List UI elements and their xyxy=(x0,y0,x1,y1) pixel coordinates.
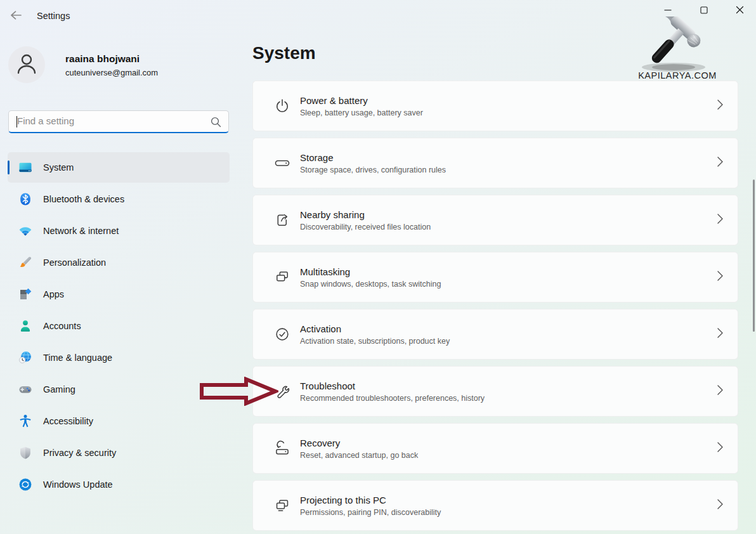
sidebar-item-gaming[interactable]: Gaming xyxy=(8,374,230,405)
sidebar-item-system[interactable]: System xyxy=(8,152,230,183)
search-input[interactable] xyxy=(9,111,228,132)
projecting-icon xyxy=(274,497,290,514)
accounts-icon xyxy=(18,319,32,333)
sidebar-item-windows-update[interactable]: Windows Update xyxy=(8,469,230,500)
sidebar-item-label: Privacy & security xyxy=(43,448,116,458)
time-language-icon xyxy=(18,351,32,365)
apps-icon xyxy=(18,287,32,301)
nearby-sharing-icon xyxy=(274,212,290,228)
sidebar-item-label: Apps xyxy=(43,289,64,299)
row-subtitle: Recommended troubleshooters, preferences… xyxy=(300,394,485,403)
text-caret xyxy=(16,116,17,127)
maximize-icon xyxy=(700,5,708,16)
chevron-right-icon xyxy=(717,156,724,170)
settings-row-activation[interactable]: ActivationActivation state, subscription… xyxy=(252,309,738,360)
row-subtitle: Storage space, drives, configuration rul… xyxy=(300,166,446,174)
row-text: TroubleshootRecommended troubleshooters,… xyxy=(300,381,485,403)
row-subtitle: Sleep, battery usage, battery saver xyxy=(300,108,423,117)
settings-row-recovery[interactable]: RecoveryReset, advanced startup, go back xyxy=(252,423,738,474)
person-icon xyxy=(14,51,39,79)
sidebar-item-personalization[interactable]: Personalization xyxy=(8,247,230,278)
chevron-right-icon xyxy=(717,213,724,227)
row-subtitle: Permissions, pairing PIN, discoverabilit… xyxy=(300,508,441,517)
row-text: Power & batterySleep, battery usage, bat… xyxy=(300,95,423,117)
storage-icon xyxy=(274,155,290,171)
bluetooth-icon xyxy=(18,192,32,206)
privacy-icon xyxy=(18,446,32,460)
back-arrow-icon xyxy=(10,10,22,23)
sidebar-item-apps[interactable]: Apps xyxy=(8,279,230,309)
chevron-right-icon xyxy=(717,498,724,512)
settings-row-projecting-to-this-pc[interactable]: Projecting to this PCPermissions, pairin… xyxy=(252,480,738,531)
activation-icon xyxy=(274,326,290,342)
sidebar-item-label: Personalization xyxy=(43,257,106,268)
row-title: Activation xyxy=(300,323,450,334)
settings-row-power-battery[interactable]: Power & batterySleep, battery usage, bat… xyxy=(252,81,738,131)
user-avatar[interactable] xyxy=(8,46,45,83)
minimize-icon xyxy=(664,5,672,16)
sidebar-item-label: System xyxy=(43,162,74,173)
sidebar-item-label: Accessibility xyxy=(43,416,93,426)
page-title: System xyxy=(252,43,316,63)
sidebar-item-time-language[interactable]: Time & language xyxy=(8,342,230,373)
chevron-right-icon xyxy=(717,384,724,398)
windows-update-icon xyxy=(18,478,32,492)
row-text: RecoveryReset, advanced startup, go back xyxy=(300,438,418,460)
row-title: Power & battery xyxy=(300,95,423,106)
row-title: Nearby sharing xyxy=(300,209,431,220)
chevron-right-icon xyxy=(717,270,724,284)
back-button[interactable] xyxy=(6,8,25,25)
sidebar-item-label: Network & internet xyxy=(43,226,119,236)
recovery-icon xyxy=(274,440,290,457)
row-title: Multitasking xyxy=(300,266,441,277)
user-email: cuteuniverse@gmail.com xyxy=(65,68,158,77)
watermark-text: KAPILARYA.COM xyxy=(630,70,724,81)
row-subtitle: Activation state, subscriptions, product… xyxy=(300,337,450,346)
gaming-icon xyxy=(18,382,32,396)
search-box[interactable] xyxy=(8,110,229,133)
system-icon xyxy=(18,160,32,174)
chevron-right-icon xyxy=(717,327,724,341)
sidebar-item-privacy-security[interactable]: Privacy & security xyxy=(8,438,230,468)
personalization-icon xyxy=(18,256,32,270)
row-subtitle: Discoverability, received files location xyxy=(300,223,431,231)
settings-row-troubleshoot[interactable]: TroubleshootRecommended troubleshooters,… xyxy=(252,366,738,417)
sidebar-item-label: Gaming xyxy=(43,384,75,394)
sidebar-item-label: Windows Update xyxy=(43,479,113,490)
chevron-right-icon xyxy=(717,441,724,455)
sidebar-item-network-internet[interactable]: Network & internet xyxy=(8,216,230,246)
sidebar-item-label: Time & language xyxy=(43,353,112,363)
close-button[interactable] xyxy=(726,2,753,20)
sidebar-item-accessibility[interactable]: Accessibility xyxy=(8,406,230,436)
settings-row-nearby-sharing[interactable]: Nearby sharingDiscoverability, received … xyxy=(252,195,738,245)
sidebar-nav: SystemBluetooth & devicesNetwork & inter… xyxy=(0,152,241,501)
power-icon xyxy=(274,98,290,114)
row-subtitle: Snap windows, desktops, task switching xyxy=(300,280,441,289)
row-title: Storage xyxy=(300,152,446,163)
row-text: Nearby sharingDiscoverability, received … xyxy=(300,209,431,231)
row-text: StorageStorage space, drives, configurat… xyxy=(300,152,446,174)
row-title: Recovery xyxy=(300,438,418,448)
accessibility-icon xyxy=(18,414,32,428)
network-icon xyxy=(18,224,32,238)
search-icon xyxy=(211,117,221,130)
settings-row-storage[interactable]: StorageStorage space, drives, configurat… xyxy=(252,138,738,188)
settings-row-multitasking[interactable]: MultitaskingSnap windows, desktops, task… xyxy=(252,252,738,303)
hammer-icon xyxy=(629,16,726,71)
sidebar-item-accounts[interactable]: Accounts xyxy=(8,311,230,341)
close-icon xyxy=(736,5,744,16)
sidebar-item-bluetooth-devices[interactable]: Bluetooth & devices xyxy=(8,184,230,214)
row-title: Projecting to this PC xyxy=(300,495,441,505)
multitasking-icon xyxy=(274,269,290,285)
row-title: Troubleshoot xyxy=(300,381,485,391)
settings-list: Power & batterySleep, battery usage, bat… xyxy=(252,81,738,534)
page-scrollbar[interactable] xyxy=(753,179,755,332)
row-text: Projecting to this PCPermissions, pairin… xyxy=(300,495,441,517)
user-name: raaina bhojwani xyxy=(65,53,140,65)
row-text: ActivationActivation state, subscription… xyxy=(300,323,450,346)
row-subtitle: Reset, advanced startup, go back xyxy=(300,451,418,460)
sidebar-item-label: Bluetooth & devices xyxy=(43,194,124,204)
chevron-right-icon xyxy=(717,99,724,113)
app-title: Settings xyxy=(37,11,70,21)
sidebar-item-label: Accounts xyxy=(43,321,81,331)
